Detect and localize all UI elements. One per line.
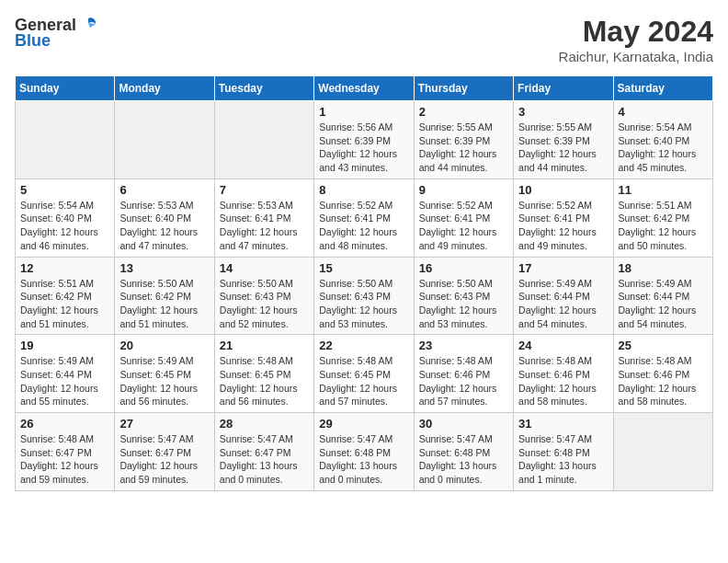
day-number: 27 [119, 417, 209, 431]
calendar-subtitle: Raichur, Karnataka, India [559, 49, 713, 64]
calendar-cell: 18Sunrise: 5:49 AM Sunset: 6:44 PM Dayli… [613, 257, 712, 335]
calendar-cell: 24Sunrise: 5:48 AM Sunset: 6:46 PM Dayli… [514, 335, 613, 413]
calendar-cell: 5Sunrise: 5:54 AM Sunset: 6:40 PM Daylig… [16, 178, 115, 257]
day-info: Sunrise: 5:53 AM Sunset: 6:41 PM Dayligh… [220, 199, 309, 253]
calendar-header-row: SundayMondayTuesdayWednesdayThursdayFrid… [16, 76, 713, 101]
day-number: 10 [518, 183, 608, 197]
calendar-week-5: 26Sunrise: 5:48 AM Sunset: 6:47 PM Dayli… [16, 413, 713, 491]
day-number: 28 [220, 417, 309, 431]
day-info: Sunrise: 5:55 AM Sunset: 6:39 PM Dayligh… [419, 121, 508, 175]
day-info: Sunrise: 5:48 AM Sunset: 6:45 PM Dayligh… [220, 354, 309, 408]
day-number: 9 [419, 183, 508, 197]
calendar-cell [214, 101, 313, 179]
column-header-friday: Friday [514, 76, 613, 101]
calendar-cell: 1Sunrise: 5:56 AM Sunset: 6:39 PM Daylig… [314, 101, 414, 179]
calendar-cell: 17Sunrise: 5:49 AM Sunset: 6:44 PM Dayli… [514, 257, 613, 335]
day-number: 14 [220, 261, 309, 275]
calendar-cell [115, 101, 214, 179]
day-info: Sunrise: 5:51 AM Sunset: 6:42 PM Dayligh… [20, 277, 109, 331]
page-header: General Blue May 2024 Raichur, Karnataka… [15, 15, 713, 64]
day-info: Sunrise: 5:48 AM Sunset: 6:46 PM Dayligh… [518, 354, 608, 408]
calendar-cell: 4Sunrise: 5:54 AM Sunset: 6:40 PM Daylig… [613, 101, 712, 179]
day-info: Sunrise: 5:47 AM Sunset: 6:48 PM Dayligh… [419, 432, 508, 487]
column-header-thursday: Thursday [414, 76, 513, 101]
calendar-cell: 26Sunrise: 5:48 AM Sunset: 6:47 PM Dayli… [16, 413, 115, 491]
day-info: Sunrise: 5:52 AM Sunset: 6:41 PM Dayligh… [419, 199, 508, 253]
day-info: Sunrise: 5:48 AM Sunset: 6:46 PM Dayligh… [619, 354, 708, 408]
day-info: Sunrise: 5:56 AM Sunset: 6:39 PM Dayligh… [319, 121, 408, 175]
calendar-cell: 13Sunrise: 5:50 AM Sunset: 6:42 PM Dayli… [115, 257, 214, 335]
day-number: 11 [619, 183, 708, 197]
day-info: Sunrise: 5:54 AM Sunset: 6:40 PM Dayligh… [619, 121, 708, 175]
column-header-sunday: Sunday [16, 76, 115, 101]
calendar-cell: 11Sunrise: 5:51 AM Sunset: 6:42 PM Dayli… [613, 178, 712, 257]
day-info: Sunrise: 5:47 AM Sunset: 6:47 PM Dayligh… [119, 432, 209, 487]
day-number: 30 [419, 417, 508, 431]
calendar-cell: 6Sunrise: 5:53 AM Sunset: 6:40 PM Daylig… [115, 178, 214, 257]
day-number: 16 [419, 261, 508, 275]
calendar-cell: 29Sunrise: 5:47 AM Sunset: 6:48 PM Dayli… [314, 413, 414, 491]
day-info: Sunrise: 5:53 AM Sunset: 6:40 PM Dayligh… [119, 199, 209, 253]
day-info: Sunrise: 5:50 AM Sunset: 6:43 PM Dayligh… [419, 277, 508, 331]
calendar-cell: 2Sunrise: 5:55 AM Sunset: 6:39 PM Daylig… [414, 101, 513, 179]
day-info: Sunrise: 5:49 AM Sunset: 6:44 PM Dayligh… [20, 354, 109, 408]
day-info: Sunrise: 5:47 AM Sunset: 6:48 PM Dayligh… [518, 432, 608, 487]
day-info: Sunrise: 5:50 AM Sunset: 6:42 PM Dayligh… [119, 277, 209, 331]
logo-text-blue: Blue [15, 31, 51, 51]
calendar-cell: 7Sunrise: 5:53 AM Sunset: 6:41 PM Daylig… [214, 178, 313, 257]
calendar-cell: 28Sunrise: 5:47 AM Sunset: 6:47 PM Dayli… [214, 413, 313, 491]
day-number: 21 [220, 339, 309, 352]
calendar-week-2: 5Sunrise: 5:54 AM Sunset: 6:40 PM Daylig… [16, 178, 713, 257]
day-number: 26 [20, 417, 109, 431]
day-info: Sunrise: 5:54 AM Sunset: 6:40 PM Dayligh… [20, 199, 109, 253]
calendar-cell: 20Sunrise: 5:49 AM Sunset: 6:45 PM Dayli… [115, 335, 214, 413]
day-number: 8 [319, 183, 408, 197]
day-number: 13 [119, 261, 209, 275]
day-info: Sunrise: 5:50 AM Sunset: 6:43 PM Dayligh… [319, 277, 408, 331]
day-info: Sunrise: 5:55 AM Sunset: 6:39 PM Dayligh… [518, 121, 608, 175]
day-info: Sunrise: 5:51 AM Sunset: 6:42 PM Dayligh… [619, 199, 708, 253]
calendar-cell: 10Sunrise: 5:52 AM Sunset: 6:41 PM Dayli… [514, 178, 613, 257]
column-header-saturday: Saturday [613, 76, 712, 101]
calendar-table: SundayMondayTuesdayWednesdayThursdayFrid… [15, 75, 713, 491]
calendar-cell [16, 101, 115, 179]
calendar-cell: 16Sunrise: 5:50 AM Sunset: 6:43 PM Dayli… [414, 257, 513, 335]
day-info: Sunrise: 5:49 AM Sunset: 6:44 PM Dayligh… [619, 277, 708, 331]
day-info: Sunrise: 5:47 AM Sunset: 6:47 PM Dayligh… [220, 432, 309, 487]
calendar-cell: 31Sunrise: 5:47 AM Sunset: 6:48 PM Dayli… [514, 413, 613, 491]
calendar-week-4: 19Sunrise: 5:49 AM Sunset: 6:44 PM Dayli… [16, 335, 713, 413]
day-info: Sunrise: 5:52 AM Sunset: 6:41 PM Dayligh… [518, 199, 608, 253]
day-number: 3 [518, 105, 608, 119]
calendar-cell: 27Sunrise: 5:47 AM Sunset: 6:47 PM Dayli… [115, 413, 214, 491]
day-info: Sunrise: 5:49 AM Sunset: 6:45 PM Dayligh… [119, 354, 209, 408]
day-number: 1 [319, 105, 408, 119]
column-header-tuesday: Tuesday [214, 76, 313, 101]
calendar-cell: 25Sunrise: 5:48 AM Sunset: 6:46 PM Dayli… [613, 335, 712, 413]
day-number: 4 [619, 105, 708, 119]
calendar-cell: 14Sunrise: 5:50 AM Sunset: 6:43 PM Dayli… [214, 257, 313, 335]
day-number: 23 [419, 339, 508, 352]
day-info: Sunrise: 5:52 AM Sunset: 6:41 PM Dayligh… [319, 199, 408, 253]
day-number: 15 [319, 261, 408, 275]
day-info: Sunrise: 5:47 AM Sunset: 6:48 PM Dayligh… [319, 432, 408, 487]
day-info: Sunrise: 5:48 AM Sunset: 6:45 PM Dayligh… [319, 354, 408, 408]
day-info: Sunrise: 5:49 AM Sunset: 6:44 PM Dayligh… [518, 277, 608, 331]
day-number: 12 [20, 261, 109, 275]
day-info: Sunrise: 5:48 AM Sunset: 6:46 PM Dayligh… [419, 354, 508, 408]
calendar-cell: 12Sunrise: 5:51 AM Sunset: 6:42 PM Dayli… [16, 257, 115, 335]
calendar-cell: 15Sunrise: 5:50 AM Sunset: 6:43 PM Dayli… [314, 257, 414, 335]
day-number: 7 [220, 183, 309, 197]
day-number: 24 [518, 339, 608, 352]
day-number: 29 [319, 417, 408, 431]
calendar-cell: 30Sunrise: 5:47 AM Sunset: 6:48 PM Dayli… [414, 413, 513, 491]
calendar-cell: 3Sunrise: 5:55 AM Sunset: 6:39 PM Daylig… [514, 101, 613, 179]
day-number: 2 [419, 105, 508, 119]
day-number: 22 [319, 339, 408, 352]
column-header-wednesday: Wednesday [314, 76, 414, 101]
column-header-monday: Monday [115, 76, 214, 101]
day-number: 31 [518, 417, 608, 431]
calendar-title: May 2024 [559, 15, 713, 49]
calendar-cell: 22Sunrise: 5:48 AM Sunset: 6:45 PM Dayli… [314, 335, 414, 413]
day-number: 5 [20, 183, 109, 197]
calendar-cell: 23Sunrise: 5:48 AM Sunset: 6:46 PM Dayli… [414, 335, 513, 413]
